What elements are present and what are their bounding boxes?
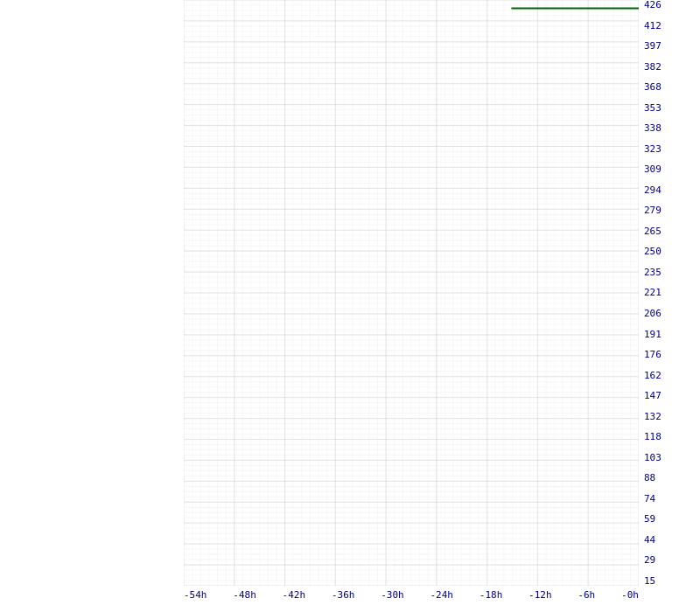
y-axis-label: 118 [644, 432, 662, 442]
x-axis-label: -48h [233, 589, 256, 601]
x-axis-label: -36h [332, 589, 355, 601]
y-axis-label: 206 [644, 309, 662, 318]
x-axis-label: -6h [578, 589, 595, 601]
y-axis-label: 265 [644, 226, 662, 236]
y-axis-label: 176 [644, 350, 662, 359]
x-axis-label: -18h [480, 589, 503, 601]
x-axis-label: -24h [430, 589, 453, 601]
x-axis-label: -0h [621, 589, 639, 601]
y-axis-label: 235 [644, 268, 662, 277]
x-axis-label: -12h [528, 589, 552, 601]
y-axis-label: 103 [644, 453, 662, 462]
grid-area [184, 0, 639, 586]
x-axis: -54h-48h-42h-36h-30h-24h-18h-12h-6h-0h [184, 586, 639, 612]
x-axis-label: -42h [283, 589, 306, 601]
y-axis-label: 294 [644, 185, 662, 195]
y-axis-label: 74 [644, 494, 655, 504]
grid-svg [184, 0, 639, 586]
chart-container: 4264123973823683533383233092942792652502… [0, 0, 700, 612]
y-axis-label: 279 [644, 205, 662, 215]
x-axis-label: -30h [381, 589, 404, 601]
y-axis-label: 132 [644, 412, 662, 421]
y-axis-label: 147 [644, 391, 662, 400]
y-axis-label: 412 [644, 21, 662, 31]
y-axis: 4264123973823683533383233092942792652502… [640, 0, 700, 586]
y-axis-label: 191 [644, 330, 662, 339]
y-axis-label: 29 [644, 555, 655, 565]
y-axis-label: 15 [644, 576, 655, 586]
y-axis-label: 426 [644, 0, 662, 10]
y-axis-label: 382 [644, 62, 662, 72]
y-axis-label: 88 [644, 473, 655, 483]
y-axis-label: 250 [644, 247, 662, 256]
y-axis-label: 368 [644, 82, 662, 92]
y-axis-label: 59 [644, 514, 655, 524]
x-axis-label: -54h [184, 589, 207, 601]
y-axis-label: 323 [644, 144, 662, 154]
y-axis-label: 309 [644, 164, 662, 174]
y-axis-label: 44 [644, 535, 655, 545]
y-axis-label: 397 [644, 41, 662, 51]
y-axis-label: 353 [644, 103, 662, 113]
y-axis-label: 221 [644, 288, 662, 297]
y-axis-label: 338 [644, 123, 662, 133]
y-axis-label: 162 [644, 371, 662, 380]
